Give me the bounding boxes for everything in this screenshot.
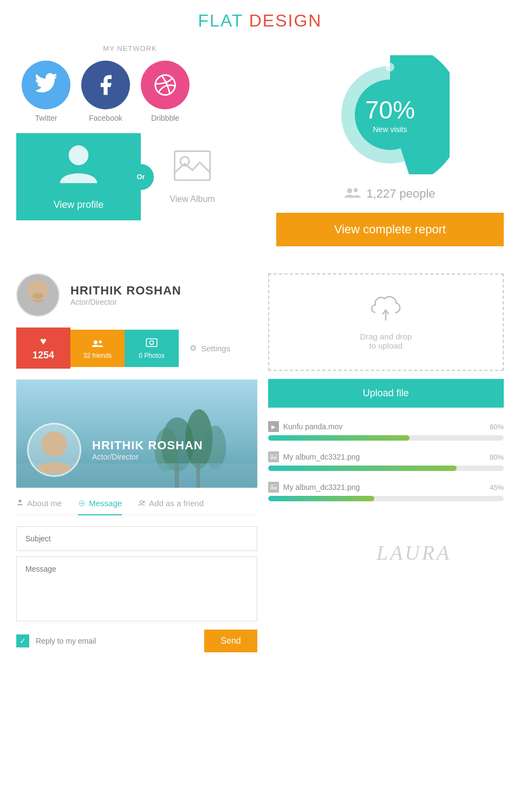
progress-fill-2: [268, 466, 457, 471]
photos-label: 0 Photos: [139, 352, 164, 359]
donut-chart: 70% New visits: [330, 55, 450, 174]
people-icon: [344, 185, 361, 202]
settings-button[interactable]: ⚙ Settings: [179, 343, 241, 353]
message-form: ✓ Reply to my email Send: [16, 526, 257, 652]
profile-left: HRITHIK ROSHAN Actor/Director ♥ 1254: [16, 273, 257, 652]
drag-drop-text: Drag and drop to upload: [360, 332, 412, 350]
photos-button[interactable]: 0 Photos: [125, 330, 179, 367]
svg-point-38: [271, 486, 273, 487]
cover-profile-role: Actor/Director: [92, 453, 203, 461]
tab-add-friend[interactable]: Add as a friend: [138, 499, 204, 515]
profile-role: Actor/Director: [70, 298, 181, 306]
upload-drop-zone[interactable]: Drag and drop to upload: [268, 273, 504, 371]
facebook-circle: [81, 61, 130, 109]
svg-point-16: [150, 340, 153, 344]
profile-header: HRITHIK ROSHAN Actor/Director: [16, 273, 257, 317]
twitter-circle: [22, 61, 70, 109]
profile-right: Drag and drop to upload Upload file ▶ Ku…: [268, 273, 504, 652]
or-circle: Or: [128, 164, 154, 190]
tab-message[interactable]: Message: [78, 499, 122, 515]
likes-count: 1254: [32, 350, 54, 361]
image-file-icon-2: [268, 451, 279, 462]
profile-cover: HRITHIK ROSHAN Actor/Director: [16, 379, 257, 488]
progress-bg-3: [268, 496, 504, 501]
svg-rect-2: [174, 151, 210, 180]
checkmark-icon: ✓: [20, 637, 26, 645]
form-footer: ✓ Reply to my email Send: [16, 630, 257, 652]
svg-text:LAURA: LAURA: [376, 541, 451, 564]
view-report-button[interactable]: View complete report: [276, 213, 504, 246]
svg-rect-35: [270, 454, 277, 460]
reply-label: Reply to my email: [36, 637, 198, 645]
svg-point-13: [94, 340, 98, 344]
heart-icon: ♥: [40, 335, 47, 348]
file-name-1: Kunfu panda.mov: [283, 422, 485, 431]
progress-fill-3: [268, 496, 374, 501]
settings-gear-icon: ⚙: [190, 343, 197, 353]
progress-bg-2: [268, 466, 504, 471]
add-friend-tab-icon: [138, 499, 146, 508]
svg-rect-15: [146, 338, 157, 346]
signature-svg: LAURA: [374, 534, 482, 566]
photos-icon: [146, 337, 158, 350]
people-count-label: 1,227 people: [366, 187, 435, 201]
file-name-row-3: My album_dc3321.png 45%: [268, 482, 504, 493]
svg-point-1: [69, 146, 89, 166]
upload-cloud-icon: [370, 294, 401, 326]
svg-point-12: [32, 293, 44, 299]
view-album-box[interactable]: View Album: [141, 133, 244, 220]
cover-profile-info: HRITHIK ROSHAN Actor/Director: [92, 438, 203, 461]
send-button[interactable]: Send: [204, 630, 257, 652]
tab-add-friend-label: Add as a friend: [149, 499, 204, 508]
twitter-icon-item[interactable]: Twitter: [22, 61, 70, 122]
view-profile-label: View profile: [54, 199, 104, 211]
image-file-icon-3: [268, 482, 279, 493]
settings-label: Settings: [201, 344, 230, 353]
progress-bg-1: [268, 435, 504, 441]
page-title: FLAT DESIGN: [198, 0, 322, 36]
file-name-row-1: ▶ Kunfu panda.mov 60%: [268, 421, 504, 432]
profile-person-icon: [60, 143, 98, 194]
message-textarea[interactable]: [16, 556, 257, 621]
likes-button[interactable]: ♥ 1254: [16, 328, 70, 369]
stats-row: ♥ 1254 32 friends: [16, 328, 257, 369]
cover-avatar: [27, 423, 81, 477]
svg-point-27: [42, 431, 67, 457]
right-panel: 70% New visits 1,227 people View complet…: [260, 34, 520, 257]
signature: LAURA: [268, 523, 504, 581]
video-file-icon: ▶: [268, 421, 279, 432]
svg-point-28: [18, 500, 21, 502]
dribbble-circle: [141, 61, 190, 109]
file-percent-2: 80%: [490, 453, 504, 461]
subject-input[interactable]: [16, 526, 257, 551]
message-tab-icon: [78, 499, 86, 508]
upload-file-button[interactable]: Upload file: [268, 379, 504, 408]
person-tab-icon: [16, 499, 24, 508]
svg-point-30: [81, 503, 82, 504]
friends-button[interactable]: 32 friends: [70, 330, 125, 367]
dribbble-icon-item[interactable]: Dribbble: [141, 61, 190, 122]
profile-tabs: About me Message Add as a friend: [16, 499, 257, 515]
chart-subtitle: New visits: [373, 125, 407, 134]
file-list: ▶ Kunfu panda.mov 60% My album_dc3321.pn…: [268, 421, 504, 501]
title-flat: FLAT: [198, 11, 243, 30]
view-album-label: View Album: [170, 194, 214, 204]
album-icon: [173, 149, 211, 189]
profile-avatar: [16, 273, 60, 317]
people-count: 1,227 people: [344, 185, 435, 202]
svg-point-31: [81, 503, 82, 504]
progress-fill-1: [268, 435, 410, 441]
view-profile-box[interactable]: View profile Or: [16, 133, 141, 220]
tab-message-label: Message: [89, 499, 122, 508]
file-percent-3: 45%: [490, 483, 504, 492]
left-panel: MY NETWORK Twitter Facebook Dribbble: [0, 34, 260, 257]
reply-checkbox[interactable]: ✓: [16, 634, 29, 647]
file-name-2: My album_dc3321.png: [283, 453, 485, 461]
facebook-icon-item[interactable]: Facebook: [81, 61, 130, 122]
profile-name: HRITHIK ROSHAN: [70, 284, 181, 298]
tab-about-me[interactable]: About me: [16, 499, 62, 515]
donut-center-text: 70% New visits: [365, 95, 415, 134]
dribbble-label: Dribbble: [151, 114, 179, 122]
page-header: FLAT DESIGN: [0, 0, 520, 34]
file-name-3: My album_dc3321.png: [283, 483, 485, 492]
